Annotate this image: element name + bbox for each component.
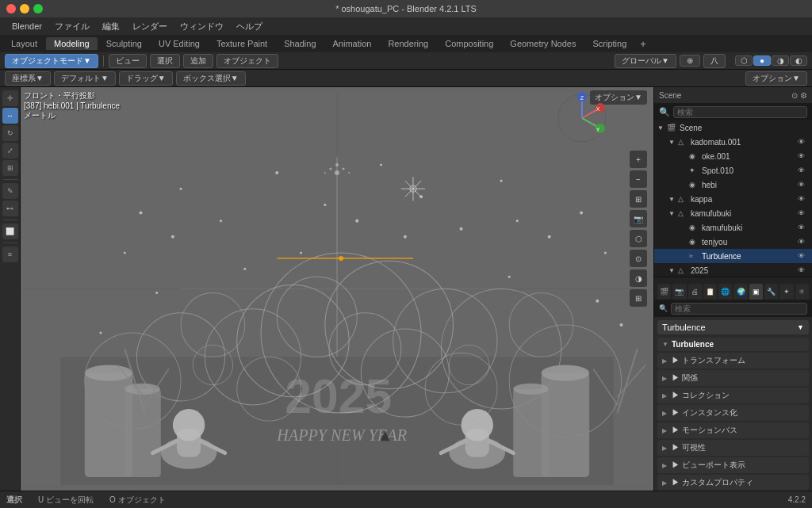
- tab-layout[interactable]: Layout: [3, 37, 45, 50]
- tab-scripting[interactable]: Scripting: [584, 37, 634, 50]
- tab-texture-paint[interactable]: Texture Paint: [209, 37, 275, 50]
- cursor-tool[interactable]: ✛: [2, 90, 18, 106]
- snap-btn[interactable]: 八: [703, 54, 726, 68]
- svg-point-64: [243, 268, 246, 270]
- svg-point-50: [580, 212, 583, 215]
- visibility-icon[interactable]: 👁: [798, 138, 809, 146]
- outliner-filter-icon[interactable]: ⊙: [791, 91, 798, 100]
- visibility-icon[interactable]: 👁: [798, 209, 809, 217]
- select-box-btn[interactable]: ボックス選択▼: [176, 71, 246, 86]
- list-item[interactable]: ✦ Spot.010 👁: [654, 163, 812, 178]
- visibility-icon[interactable]: 👁: [798, 238, 809, 246]
- annotate-tool[interactable]: ✎: [2, 183, 18, 199]
- tab-modeling[interactable]: Modeling: [46, 37, 98, 50]
- props-search-input[interactable]: [671, 303, 807, 315]
- prop-section-header-viewport-display[interactable]: ▶ ▶ ビューポート表示: [657, 457, 809, 473]
- prop-section-header-visibility[interactable]: ▶ ▶ 可視性: [657, 440, 809, 456]
- global-selector[interactable]: グローバル▼: [615, 54, 676, 68]
- close-button[interactable]: [6, 4, 16, 13]
- visibility-icon[interactable]: 👁: [798, 181, 809, 189]
- object-menu[interactable]: オブジェクト: [216, 54, 278, 68]
- menu-window[interactable]: ウィンドウ: [174, 19, 229, 34]
- list-item[interactable]: ▼ △ kadomatu.001 👁: [654, 135, 812, 149]
- tab-animation[interactable]: Animation: [325, 37, 380, 50]
- maximize-button[interactable]: [33, 4, 43, 13]
- viewport[interactable]: HAPPY NEW YEAR 2025: [21, 87, 653, 491]
- extras-tool[interactable]: ≡: [2, 246, 18, 262]
- add-menu[interactable]: 追加: [183, 54, 213, 68]
- move-tool[interactable]: ↔: [2, 108, 18, 124]
- tab-sculpting[interactable]: Sculpting: [98, 37, 150, 50]
- titlebar: * oshougatu_PC - Blender 4.2.1 LTS: [0, 0, 812, 17]
- visibility-icon[interactable]: 👁: [798, 252, 809, 260]
- list-item[interactable]: ▼ △ kappa 👁: [654, 192, 812, 206]
- prop-section-header-relations[interactable]: ▶ ▶ 関係: [657, 370, 809, 386]
- svg-text:2025: 2025: [285, 369, 392, 423]
- visibility-icon[interactable]: 👁: [798, 195, 809, 203]
- drag-btn[interactable]: ドラッグ▼: [119, 71, 173, 86]
- visibility-icon[interactable]: 👁: [798, 266, 809, 274]
- prop-tab-render[interactable]: 📷: [672, 284, 686, 300]
- properties-content: Turbulence ▼ ▼ Turbulence ▶: [654, 317, 812, 491]
- proportional-edit-btn[interactable]: ⊕: [680, 55, 700, 67]
- rendered-btn[interactable]: ◐: [790, 55, 807, 66]
- mode-selector[interactable]: オブジェクトモード▼: [5, 54, 98, 68]
- layer-btn[interactable]: デフォルト▼: [54, 71, 116, 86]
- prop-section-header-collection[interactable]: ▶ ▶ コレクション: [657, 388, 809, 403]
- menu-render[interactable]: レンダー: [127, 19, 173, 34]
- menu-file[interactable]: ファイル: [49, 19, 95, 34]
- prop-tab-scene[interactable]: 🎬: [657, 284, 671, 300]
- visibility-icon[interactable]: 👁: [798, 223, 809, 231]
- scale-tool[interactable]: ⤢: [2, 143, 18, 159]
- toolbar-sep3: [3, 243, 17, 243]
- prop-section-header-transform[interactable]: ▶ ▶ トランスフォーム: [657, 353, 809, 369]
- outliner-scene-root[interactable]: ▼ 🎬 Scene: [654, 120, 812, 135]
- list-item[interactable]: ▼ △ 2025 👁: [654, 263, 812, 277]
- options-btn[interactable]: オプション▼: [745, 71, 807, 86]
- prop-tab-view[interactable]: 📋: [703, 284, 717, 300]
- prop-tab-modifier[interactable]: 🔧: [764, 284, 778, 300]
- visibility-icon[interactable]: 👁: [798, 166, 809, 174]
- minimize-button[interactable]: [20, 4, 29, 13]
- measure-tool[interactable]: ⊷: [2, 201, 18, 216]
- list-item[interactable]: ◉ kamufubuki 👁: [654, 220, 812, 235]
- prop-section-header-instancing[interactable]: ▶ ▶ インスタンス化: [657, 405, 809, 421]
- tab-uv-editing[interactable]: UV Editing: [151, 37, 208, 50]
- transform-tool[interactable]: ⊞: [2, 160, 18, 176]
- outliner-settings-icon[interactable]: ⚙: [800, 91, 807, 100]
- tab-rendering[interactable]: Rendering: [380, 37, 436, 50]
- list-item[interactable]: ◉ oke.001 👁: [654, 149, 812, 163]
- tab-geometry-nodes[interactable]: Geometry Nodes: [502, 37, 584, 50]
- list-item[interactable]: ◉ hebi 👁: [654, 178, 812, 192]
- prop-tab-physics[interactable]: ⚛: [795, 284, 809, 300]
- select-menu[interactable]: 選択: [150, 54, 180, 68]
- tab-shading[interactable]: Shading: [276, 37, 324, 50]
- svg-point-45: [180, 188, 182, 190]
- tab-compositing[interactable]: Compositing: [437, 37, 501, 50]
- menu-help[interactable]: ヘルプ: [231, 19, 268, 34]
- prop-tab-object[interactable]: ▣: [749, 284, 763, 300]
- material-preview-btn[interactable]: ◑: [772, 55, 789, 66]
- prop-section-header-custom-props[interactable]: ▶ ▶ カスタムプロパティ: [657, 475, 809, 491]
- prop-tab-world[interactable]: 🌍: [733, 284, 747, 300]
- list-item[interactable]: ▼ △ kamufubuki 👁: [654, 206, 812, 220]
- rotate-tool[interactable]: ↻: [2, 125, 18, 141]
- list-item-active[interactable]: ≈ Turbulence 👁: [654, 249, 812, 263]
- menu-edit[interactable]: 編集: [97, 19, 125, 34]
- wireframe-btn[interactable]: ⬡: [735, 55, 753, 66]
- prop-section-header-motion-paths[interactable]: ▶ ▶ モーションパス: [657, 422, 809, 438]
- prop-tab-output[interactable]: 🖨: [688, 284, 702, 300]
- prop-section-header-turbulence[interactable]: ▼ Turbulence: [657, 338, 809, 351]
- view-menu[interactable]: ビュー: [109, 54, 147, 68]
- visibility-icon[interactable]: 👁: [798, 152, 809, 160]
- prop-tab-scene2[interactable]: 🌐: [718, 284, 732, 300]
- menu-blender[interactable]: Blender: [6, 20, 48, 32]
- coord-system-btn[interactable]: 座標系▼: [5, 71, 51, 86]
- object-name-field[interactable]: Turbulence ▼: [657, 320, 809, 334]
- solid-btn[interactable]: ●: [753, 55, 771, 66]
- list-item[interactable]: ◉ tenjyou 👁: [654, 235, 812, 249]
- prop-tab-particles[interactable]: ✦: [779, 284, 793, 300]
- outliner-search-input[interactable]: [673, 106, 807, 118]
- add-workspace-button[interactable]: +: [635, 36, 651, 52]
- add-cube-tool[interactable]: ⬜: [2, 223, 18, 239]
